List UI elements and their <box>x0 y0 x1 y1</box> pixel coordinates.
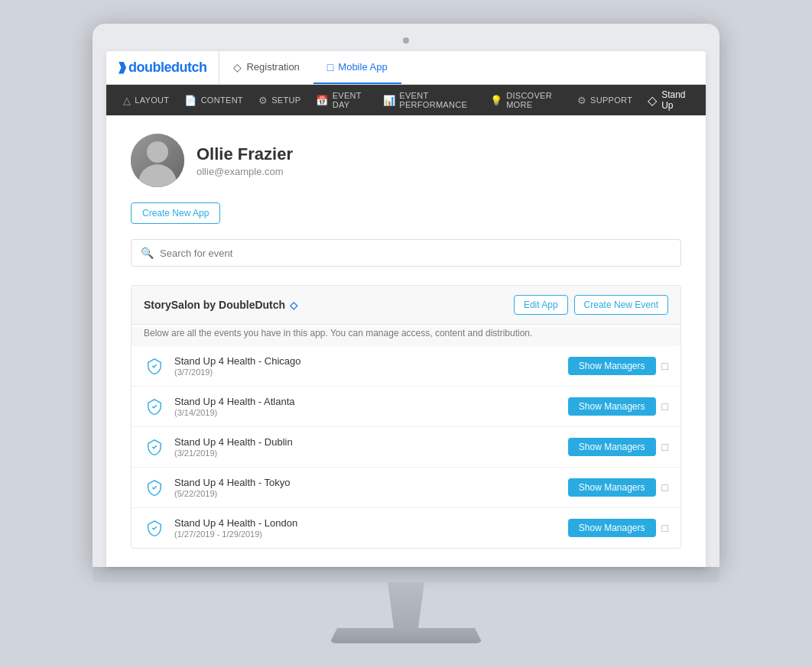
app-card-header: StorySalon by DoubleDutch ◇ Edit App Cre… <box>132 286 680 325</box>
content-icon: 📄 <box>184 95 197 106</box>
nav-user-icon: ◇ <box>648 93 657 108</box>
discover-more-icon: 💡 <box>490 95 502 106</box>
app-card-title: StorySalon by DoubleDutch ◇ <box>144 299 297 311</box>
logo-area: doubledutch <box>106 51 219 84</box>
event-icon-4 <box>144 517 165 539</box>
top-tabs-bar: doubledutch ◇ Registration □ Mobile App <box>106 51 706 85</box>
avatar <box>131 134 184 187</box>
event-day-icon: 📅 <box>316 95 328 106</box>
show-managers-button-4[interactable]: Show Managers <box>568 519 656 537</box>
event-date-2: (3/21/2019) <box>174 448 559 458</box>
table-row: Stand Up 4 Health - London (1/27/2019 - … <box>132 508 680 548</box>
table-row: Stand Up 4 Health - Tokyo (5/22/2019) Sh… <box>132 468 680 508</box>
avatar-image <box>131 134 184 187</box>
support-icon: ⚙ <box>577 95 586 106</box>
show-managers-button-1[interactable]: Show Managers <box>568 397 656 416</box>
event-performance-icon: 📊 <box>383 95 395 106</box>
nav-right-user[interactable]: ◇ Stand Up <box>640 89 697 111</box>
event-actions-4: Show Managers □ <box>568 519 668 537</box>
monitor-stand <box>93 567 719 582</box>
event-name-0: Stand Up 4 Health - Chicago <box>174 355 559 367</box>
nav-setup[interactable]: ⚙ SETUP <box>251 85 309 115</box>
event-icon-1 <box>144 396 165 417</box>
event-name-1: Stand Up 4 Health - Atlanta <box>174 396 559 407</box>
search-input[interactable] <box>160 248 671 259</box>
event-icon-2 <box>144 436 165 458</box>
mobile-app-icon: □ <box>327 61 333 73</box>
app-card-actions: Edit App Create New Event <box>514 295 668 315</box>
event-date-0: (3/7/2019) <box>174 367 559 377</box>
event-list: Stand Up 4 Health - Chicago (3/7/2019) S… <box>132 346 680 548</box>
show-managers-button-2[interactable]: Show Managers <box>568 438 656 456</box>
event-info-2: Stand Up 4 Health - Dublin (3/21/2019) <box>174 436 559 458</box>
event-actions-3: Show Managers □ <box>568 478 668 497</box>
event-icon-0 <box>144 355 165 377</box>
show-managers-button-0[interactable]: Show Managers <box>568 357 656 375</box>
table-row: Stand Up 4 Health - Dublin (3/21/2019) S… <box>132 427 680 468</box>
nav-event-day[interactable]: 📅 EVENT DAY <box>308 85 375 115</box>
create-new-event-button[interactable]: Create New Event <box>574 295 668 315</box>
nav-support[interactable]: ⚙ SUPPORT <box>570 85 640 115</box>
edit-app-button[interactable]: Edit App <box>514 295 568 315</box>
event-info-3: Stand Up 4 Health - Tokyo (5/22/2019) <box>174 477 559 498</box>
profile-email: ollie@example.com <box>197 166 293 177</box>
app-card: StorySalon by DoubleDutch ◇ Edit App Cre… <box>131 285 681 549</box>
create-app-button[interactable]: Create New App <box>131 202 220 224</box>
mobile-device-icon-4: □ <box>662 522 668 534</box>
event-name-4: Stand Up 4 Health - London <box>174 517 559 529</box>
event-date-1: (3/14/2019) <box>174 408 559 417</box>
event-name-2: Stand Up 4 Health - Dublin <box>174 436 559 448</box>
nav-bar: △ LAYOUT 📄 CONTENT ⚙ SETUP 📅 EVENT DAY 📊 <box>106 85 706 115</box>
event-icon-3 <box>144 477 165 498</box>
monitor-screen: doubledutch ◇ Registration □ Mobile App … <box>93 24 719 567</box>
mobile-device-icon-1: □ <box>662 400 668 413</box>
search-bar: 🔍 <box>131 239 681 267</box>
monitor-neck <box>375 582 437 628</box>
tab-mobile-app[interactable]: □ Mobile App <box>313 51 401 84</box>
event-date-4: (1/27/2019 - 1/29/2019) <box>174 529 559 539</box>
event-actions-1: Show Managers □ <box>568 397 668 416</box>
nav-layout[interactable]: △ LAYOUT <box>115 85 177 115</box>
mobile-device-icon-2: □ <box>662 441 668 453</box>
app-card-subtitle: Below are all the events you have in thi… <box>132 328 680 346</box>
logo-icon <box>119 62 126 74</box>
profile-header: Ollie Frazier ollie@example.com <box>131 134 681 187</box>
event-actions-0: Show Managers □ <box>568 357 668 375</box>
nav-content[interactable]: 📄 CONTENT <box>177 85 251 115</box>
event-actions-2: Show Managers □ <box>568 438 668 456</box>
table-row: Stand Up 4 Health - Chicago (3/7/2019) S… <box>132 346 680 387</box>
logo-text: doubledutch <box>128 60 206 76</box>
show-managers-button-3[interactable]: Show Managers <box>568 478 656 497</box>
verified-icon: ◇ <box>290 300 297 311</box>
event-info-1: Stand Up 4 Health - Atlanta (3/14/2019) <box>174 396 559 417</box>
monitor-dot <box>403 37 409 44</box>
profile-name: Ollie Frazier <box>197 144 293 164</box>
nav-event-performance[interactable]: 📊 EVENT PERFORMANCE <box>375 85 482 115</box>
mobile-device-icon-3: □ <box>662 481 668 494</box>
search-icon: 🔍 <box>141 247 154 259</box>
monitor-wrapper: doubledutch ◇ Registration □ Mobile App … <box>93 24 719 643</box>
mobile-device-icon-0: □ <box>662 360 668 372</box>
monitor-base <box>330 628 482 643</box>
registration-icon: ◇ <box>233 61 242 73</box>
event-info-0: Stand Up 4 Health - Chicago (3/7/2019) <box>174 355 559 377</box>
tab-registration[interactable]: ◇ Registration <box>219 51 313 84</box>
event-name-3: Stand Up 4 Health - Tokyo <box>174 477 559 488</box>
event-date-3: (5/22/2019) <box>174 489 559 498</box>
profile-info: Ollie Frazier ollie@example.com <box>197 144 293 177</box>
nav-discover-more[interactable]: 💡 DISCOVER MORE <box>482 85 570 115</box>
event-info-4: Stand Up 4 Health - London (1/27/2019 - … <box>174 517 559 539</box>
layout-icon: △ <box>123 95 131 106</box>
setup-icon: ⚙ <box>258 95 268 106</box>
table-row: Stand Up 4 Health - Atlanta (3/14/2019) … <box>132 387 680 427</box>
content-area: Ollie Frazier ollie@example.com Create N… <box>106 115 706 567</box>
monitor-inner: doubledutch ◇ Registration □ Mobile App … <box>106 51 706 567</box>
